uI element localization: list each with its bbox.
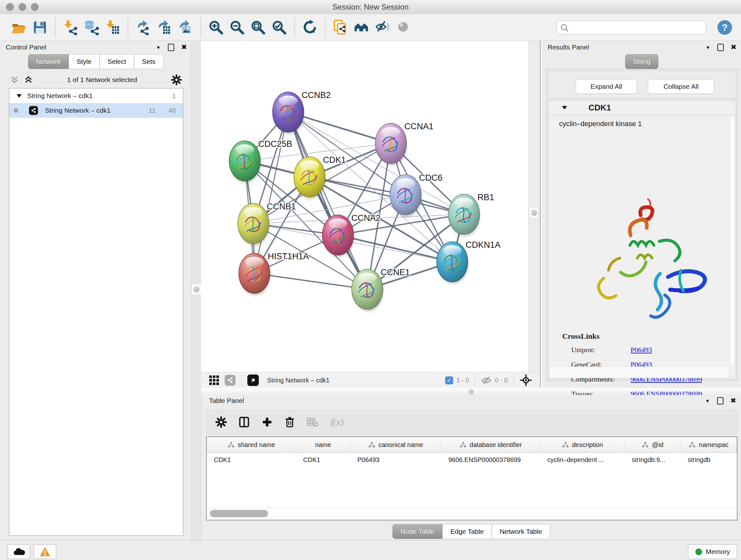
cloud-button[interactable]: [8, 544, 30, 559]
hide-selected-button[interactable]: [372, 16, 393, 39]
panel-float-icon[interactable]: [168, 44, 174, 51]
panel-collapse-icon[interactable]: ▼: [705, 398, 710, 403]
network-node[interactable]: RB1: [448, 192, 494, 236]
column-header-description[interactable]: description: [540, 437, 625, 452]
first-neighbors-button[interactable]: [351, 16, 372, 39]
table-scrollbar-thumb[interactable]: [210, 510, 268, 517]
horizontal-splitter-knob[interactable]: [468, 389, 474, 395]
network-snapshot-button[interactable]: [330, 16, 351, 39]
network-node[interactable]: HIST1H1A: [239, 252, 309, 295]
export-image-button[interactable]: [175, 16, 196, 39]
tab-edge-table[interactable]: Edge Table: [442, 524, 492, 539]
table-options-gear-icon[interactable]: [215, 416, 227, 428]
right-splitter[interactable]: [528, 41, 540, 372]
network-options-gear-icon[interactable]: [171, 74, 182, 85]
panel-float-icon[interactable]: [717, 397, 724, 405]
collapse-all-button[interactable]: Collapse All: [648, 79, 714, 94]
column-header-canonical-name[interactable]: canonical name: [350, 437, 441, 452]
string-view-icon[interactable]: [225, 375, 235, 386]
panel-float-icon[interactable]: [718, 44, 724, 51]
network-row[interactable]: String Network – cdk1 11 48: [9, 103, 183, 118]
network-edge[interactable]: [338, 235, 452, 262]
import-table-button[interactable]: [102, 16, 123, 39]
tab-network-table[interactable]: Network Table: [492, 524, 550, 539]
tab-network[interactable]: Network: [28, 54, 69, 69]
right-splitter-knob[interactable]: [529, 207, 539, 219]
help-button[interactable]: ?: [718, 20, 732, 35]
hidden-eye-slash-icon[interactable]: [481, 375, 492, 385]
table-row[interactable]: CDK1CDK1P064939606.ENSP00000378699cyclin…: [207, 453, 737, 467]
table-cell[interactable]: CDK1: [296, 456, 350, 463]
network-edge[interactable]: [254, 112, 288, 273]
network-collection-row[interactable]: String Network – cdk1 1: [9, 88, 183, 103]
export-network-button[interactable]: [133, 16, 154, 39]
network-node[interactable]: CCNA2: [322, 213, 381, 257]
tree-expander-icon[interactable]: [16, 94, 22, 98]
left-splitter-knob[interactable]: [191, 284, 201, 295]
panel-close-icon[interactable]: ✖: [181, 44, 187, 51]
table-cell[interactable]: CDK1: [207, 456, 296, 463]
network-node[interactable]: CDKN1A: [436, 240, 501, 284]
expand-all-button[interactable]: Expand All: [576, 79, 637, 94]
column-header-name[interactable]: name: [296, 437, 350, 452]
panel-close-icon[interactable]: ✖: [731, 397, 736, 404]
network-node[interactable]: CCNE1: [352, 267, 410, 311]
tab-select[interactable]: Select: [99, 54, 134, 69]
column-header-database-identifier[interactable]: database identifier: [441, 437, 540, 452]
network-node[interactable]: CDC25B: [229, 139, 292, 183]
view-grid-icon[interactable]: [209, 375, 219, 386]
network-node[interactable]: CCNA1: [375, 122, 434, 165]
column-header--id[interactable]: @id: [625, 437, 681, 452]
network-node[interactable]: CDK1: [294, 155, 346, 199]
warnings-button[interactable]: [34, 544, 56, 559]
birdseye-view-icon[interactable]: [247, 374, 259, 386]
table-cell[interactable]: stringdb: [681, 456, 737, 463]
show-all-button[interactable]: [393, 16, 414, 39]
network-edge[interactable]: [288, 112, 367, 289]
network-node[interactable]: CCNB2: [273, 90, 331, 134]
panel-collapse-icon[interactable]: ▼: [705, 45, 711, 50]
add-column-icon[interactable]: [261, 416, 273, 428]
panel-collapse-icon[interactable]: ▼: [156, 45, 161, 50]
tab-style[interactable]: Style: [69, 54, 99, 69]
fit-selected-crosshair-icon[interactable]: [520, 374, 532, 387]
network-edge[interactable]: [254, 273, 367, 289]
panel-close-icon[interactable]: ✖: [731, 44, 737, 51]
import-database-button[interactable]: [81, 16, 102, 39]
network-node[interactable]: CCNB1: [238, 202, 296, 245]
network-canvas[interactable]: CCNB2 CCNA1 CDC25B CDK1 CDC6 RB1 CCNB1 C…: [201, 41, 528, 372]
delete-column-trash-icon[interactable]: [284, 416, 295, 428]
table-horizontal-scrollbar[interactable]: [207, 508, 736, 519]
crosslink-link[interactable]: P06493: [630, 346, 652, 354]
tab-sets[interactable]: Sets: [134, 54, 163, 69]
search-input[interactable]: [556, 20, 706, 35]
table-cell[interactable]: cyclin–dependent ...: [540, 456, 625, 463]
show-columns-icon[interactable]: [239, 416, 250, 428]
tab-node-table[interactable]: Node Table: [393, 524, 442, 539]
save-session-button[interactable]: [29, 16, 51, 39]
import-network-button[interactable]: [60, 16, 81, 39]
selected-nodes-checkbox-icon[interactable]: ✓: [445, 376, 453, 384]
left-splitter[interactable]: [191, 41, 201, 540]
gene-section-header[interactable]: CDK1: [548, 100, 736, 115]
table-cell[interactable]: 9606.ENSP00000378699: [441, 456, 540, 463]
column-header-namespac[interactable]: namespac: [681, 437, 737, 452]
collapse-all-networks-icon[interactable]: [10, 75, 19, 84]
tab-string[interactable]: String: [625, 54, 659, 69]
expand-all-networks-icon[interactable]: [23, 75, 33, 84]
memory-button[interactable]: Memory: [688, 544, 737, 559]
section-expander-icon[interactable]: [562, 105, 567, 110]
results-horizontal-scrollbar[interactable]: [549, 367, 729, 378]
column-header-shared-name[interactable]: shared name: [207, 437, 296, 452]
zoom-in-button[interactable]: [205, 16, 226, 39]
zoom-fit-button[interactable]: [248, 16, 269, 39]
results-vertical-scrollbar[interactable]: [730, 116, 735, 366]
open-session-button[interactable]: [8, 16, 29, 39]
network-node[interactable]: CDC6: [390, 173, 443, 216]
refresh-button[interactable]: [299, 16, 320, 39]
zoom-selected-button[interactable]: [269, 16, 290, 39]
table-cell[interactable]: P06493: [350, 456, 441, 463]
export-table-button[interactable]: [154, 16, 175, 39]
zoom-out-button[interactable]: [226, 16, 248, 39]
table-cell[interactable]: stringdb:9...: [625, 456, 681, 463]
